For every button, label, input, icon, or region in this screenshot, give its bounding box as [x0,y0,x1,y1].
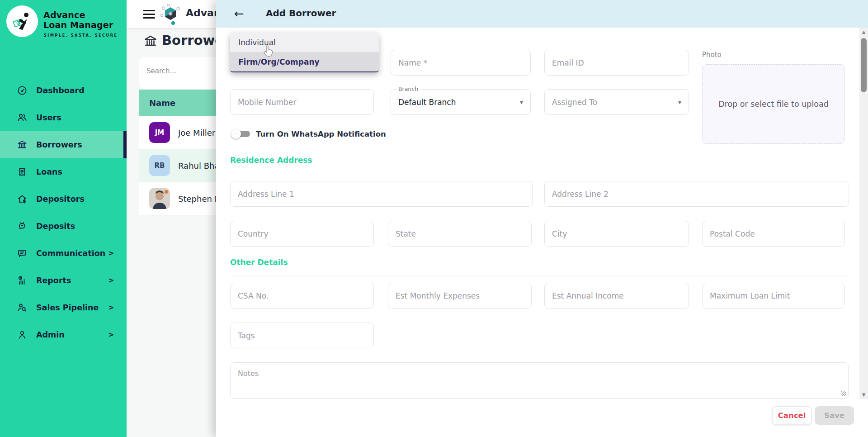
scroll-up-icon[interactable]: ▲ [859,29,868,34]
scrollbar-thumb[interactable] [861,38,867,92]
csa-no-input[interactable] [231,283,373,308]
sidebar-item-admin[interactable]: Admin > [0,321,127,348]
app-logo: $ [6,5,38,37]
person-search-icon [17,303,27,313]
photo-dropzone[interactable]: Drop or select file to upload [702,64,845,144]
sidebar-item-loans[interactable]: Loans [0,158,127,185]
loan-manager-logo-icon: $ [10,9,34,33]
name-input[interactable] [391,50,530,75]
chat-icon [17,248,27,258]
section-other-details: Other Details [230,258,288,267]
est-monthly-expenses-input[interactable] [388,283,531,308]
email-input[interactable] [545,50,689,75]
dropzone-text: Drop or select file to upload [718,100,829,109]
tags-input[interactable] [231,323,373,348]
save-button[interactable]: Save [815,406,854,425]
postal-code-field [702,221,845,247]
csa-no-field [230,283,374,309]
email-field [544,50,689,76]
address-line-1-field [230,181,533,207]
name-field [391,50,531,76]
table-header-name: Name [139,90,216,116]
notes-field [230,362,849,399]
logo-tagline: SIMPLE. SASTA. SECURE [44,33,118,38]
panel-title: Add Borrower [266,8,336,19]
sidebar-item-dashboard[interactable]: Dashboard [0,77,127,104]
branch-select[interactable]: Branch Default Branch ▾ [391,89,531,115]
whatsapp-toggle-label: Turn On WhatsApp Notification [256,130,386,138]
notes-textarea[interactable] [231,363,848,398]
toggle-thumb [231,129,241,139]
section-residence-address: Residence Address [230,156,312,165]
city-input[interactable] [545,221,689,246]
sidebar-item-borrowers[interactable]: Borrowers [0,131,127,158]
receipt-icon [17,167,27,177]
svg-text:$: $ [23,199,26,204]
chevron-right-icon: > [108,331,114,339]
maximum-loan-limit-field [702,283,845,309]
back-arrow-icon[interactable]: ← [234,6,244,21]
address-line-2-input[interactable] [545,181,849,206]
logo-title-line2: Loan Manager [43,20,113,30]
sidebar-item-sales-pipeline[interactable]: Sales Pipeline > [0,294,127,321]
est-annual-income-input[interactable] [545,283,689,308]
scrollbar[interactable]: ▲ ▼ [859,28,868,399]
est-monthly-expenses-field [388,283,532,309]
address-line-1-input[interactable] [231,181,532,206]
chevron-right-icon: > [108,304,114,312]
whatsapp-toggle[interactable] [231,128,252,140]
cancel-button[interactable]: Cancel [772,406,811,425]
dropdown-option-firm-org-company[interactable]: Firm/Org/Company [230,52,379,71]
resize-grip-icon[interactable] [841,391,846,396]
mobile-input[interactable] [231,90,373,114]
state-field [388,221,532,247]
section-divider [230,174,849,174]
sidebar-item-users[interactable]: Users [0,104,127,131]
top-app-bar: Advance [127,0,216,28]
search-input[interactable] [146,65,216,79]
sidebar-item-label: Deposits [36,222,75,231]
add-borrower-panel: ← Add Borrower Individual Firm/Org/Compa… [216,0,868,437]
address-line-2-field [544,181,849,207]
sidebar-item-label: Sales Pipeline [36,303,99,312]
reports-icon [17,276,27,285]
sidebar-item-label: Admin [36,330,65,339]
bank-icon [17,140,27,150]
dashboard-icon [17,86,27,95]
dropdown-option-individual[interactable]: Individual [230,33,379,52]
sidebar-item-label: Users [36,113,61,122]
mobile-field [230,89,374,115]
borrower-name: Stephen D [178,194,216,204]
avatar-photo [149,188,170,209]
scroll-down-icon[interactable]: ▼ [859,392,868,397]
sidebar-item-label: Reports [36,276,71,285]
assigned-to-select[interactable]: Assigned To ▾ [544,89,689,115]
table-row[interactable]: Stephen D [139,182,216,215]
sidebar-item-label: Loans [36,167,62,176]
sidebar-item-reports[interactable]: Reports > [0,267,127,294]
sidebar-item-label: Borrowers [36,140,82,149]
country-input[interactable] [231,221,373,246]
table-row[interactable]: RB Rahul Bha [139,149,216,182]
person-icon [17,330,27,340]
sidebar-item-label: Communication [36,249,105,258]
caret-down-icon: ▾ [678,99,681,106]
country-field [230,221,374,247]
house-dollar-icon: $ [17,194,27,204]
sidebar-item-label: Dashboard [36,86,85,95]
postal-code-input[interactable] [703,221,844,246]
maximum-loan-limit-input[interactable] [703,283,844,308]
sidebar-item-depositors[interactable]: $ Depositors [0,185,127,213]
sidebar-item-communication[interactable]: Communication > [0,240,127,267]
hamburger-menu-icon[interactable] [143,10,155,19]
est-annual-income-field [544,283,689,309]
panel-header: ← Add Borrower [216,0,868,28]
table-row[interactable]: JM Joe Miller [139,116,216,149]
sidebar-item-deposits[interactable]: Deposits [0,213,127,240]
sidebar: $ Advance Loan Manager SIMPLE. SASTA. SE… [0,0,127,437]
logo-title-line1: Advance [43,10,85,20]
search-card [139,57,216,89]
state-input[interactable] [388,221,531,246]
branch-label: Branch [396,86,420,92]
avatar: JM [149,122,170,143]
